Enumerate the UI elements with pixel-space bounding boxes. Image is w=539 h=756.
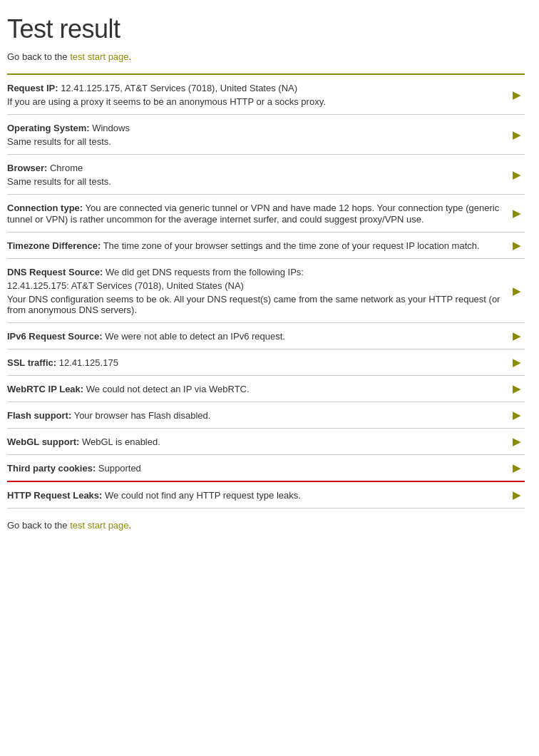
section-arrow-dns-request-source[interactable]: ▶: [513, 285, 520, 297]
section-label-http-request-leaks: HTTP Request Leaks:: [7, 490, 102, 501]
section-label-dns-request-source: DNS Request Source:: [7, 267, 103, 277]
result-section-http-request-leaks[interactable]: HTTP Request Leaks: We could not find an…: [7, 482, 525, 509]
section-content-ssl-traffic: SSL traffic: 12.41.125.175: [7, 357, 525, 368]
section-label-ssl-traffic: SSL traffic:: [7, 357, 56, 368]
section-content-webgl-support: WebGL support: WebGL is enabled.: [7, 436, 525, 447]
result-section-operating-system[interactable]: Operating System: WindowsSame results fo…: [7, 115, 525, 155]
section-label-request-ip: Request IP:: [7, 83, 58, 93]
section-arrow-timezone-difference[interactable]: ▶: [513, 240, 520, 251]
section-content-connection-type: Connection type: You are connected via g…: [7, 202, 525, 225]
section-value-ipv6-request-source: We were not able to detect an IPv6 reque…: [103, 331, 285, 342]
section-arrow-request-ip[interactable]: ▶: [513, 89, 520, 101]
page-title: Test result: [7, 14, 525, 44]
section-content-browser: Browser: ChromeSame results for all test…: [7, 162, 525, 187]
section-value-ssl-traffic: 12.41.125.175: [56, 357, 118, 368]
section-content-ipv6-request-source: IPv6 Request Source: We were not able to…: [7, 330, 525, 342]
section-arrow-connection-type[interactable]: ▶: [513, 208, 520, 219]
footer-period: .: [129, 520, 132, 531]
section-value-dns-request-source: We did get DNS requests from the followi…: [103, 267, 304, 277]
footer-link[interactable]: test start page: [70, 520, 128, 531]
section-value-timezone-difference: The time zone of your browser settings a…: [101, 240, 479, 251]
section-arrow-ssl-traffic[interactable]: ▶: [513, 357, 520, 368]
section-arrow-webgl-support[interactable]: ▶: [513, 436, 520, 447]
result-section-flash-support[interactable]: Flash support: Your browser has Flash di…: [7, 402, 525, 429]
section-content-operating-system: Operating System: WindowsSame results fo…: [7, 122, 525, 147]
section-label-operating-system: Operating System:: [7, 123, 90, 133]
section-content-dns-request-source: DNS Request Source: We did get DNS reque…: [7, 266, 525, 315]
section-content-webrtc-ip-leak: WebRTC IP Leak: We could not detect an I…: [7, 383, 525, 394]
section-content-flash-support: Flash support: Your browser has Flash di…: [7, 409, 525, 421]
section-value-request-ip: 12.41.125.175, AT&T Services (7018), Uni…: [58, 83, 298, 93]
intro-link[interactable]: test start page: [70, 51, 128, 62]
result-section-dns-request-source[interactable]: DNS Request Source: We did get DNS reque…: [7, 259, 525, 323]
result-section-ipv6-request-source[interactable]: IPv6 Request Source: We were not able to…: [7, 323, 525, 349]
result-section-request-ip[interactable]: Request IP: 12.41.125.175, AT&T Services…: [7, 75, 525, 115]
section-label-third-party-cookies: Third party cookies:: [7, 463, 96, 474]
section-value-third-party-cookies: Supported: [96, 463, 141, 474]
section-arrow-flash-support[interactable]: ▶: [513, 409, 520, 421]
section-value-webgl-support: WebGL is enabled.: [79, 436, 160, 447]
section-description-dns-request-source-1: Your DNS configuration seems to be ok. A…: [7, 294, 503, 315]
section-content-timezone-difference: Timezone Difference: The time zone of yo…: [7, 240, 525, 251]
section-label-webgl-support: WebGL support:: [7, 436, 79, 447]
intro-period: .: [129, 51, 132, 62]
section-content-request-ip: Request IP: 12.41.125.175, AT&T Services…: [7, 82, 525, 107]
result-section-browser[interactable]: Browser: ChromeSame results for all test…: [7, 155, 525, 195]
footer-text: Go back to the: [7, 520, 70, 531]
section-label-ipv6-request-source: IPv6 Request Source:: [7, 331, 103, 342]
section-label-timezone-difference: Timezone Difference:: [7, 240, 101, 251]
section-label-connection-type: Connection type:: [7, 203, 83, 213]
section-value-webrtc-ip-leak: We could not detect an IP via WebRTC.: [83, 384, 249, 394]
result-section-third-party-cookies[interactable]: Third party cookies: Supported▶: [7, 455, 525, 482]
result-section-webrtc-ip-leak[interactable]: WebRTC IP Leak: We could not detect an I…: [7, 376, 525, 402]
section-arrow-browser[interactable]: ▶: [513, 169, 520, 180]
section-arrow-webrtc-ip-leak[interactable]: ▶: [513, 383, 520, 394]
intro-text: Go back to the: [7, 51, 70, 62]
result-section-webgl-support[interactable]: WebGL support: WebGL is enabled.▶: [7, 429, 525, 455]
section-label-webrtc-ip-leak: WebRTC IP Leak:: [7, 384, 83, 394]
footer-paragraph: Go back to the test start page.: [7, 520, 525, 531]
section-description-operating-system: Same results for all tests.: [7, 136, 503, 147]
section-arrow-third-party-cookies[interactable]: ▶: [513, 462, 520, 474]
section-description-browser: Same results for all tests.: [7, 176, 503, 187]
result-section-connection-type[interactable]: Connection type: You are connected via g…: [7, 195, 525, 233]
section-arrow-operating-system[interactable]: ▶: [513, 129, 520, 141]
intro-paragraph: Go back to the test start page.: [7, 51, 525, 62]
results-container: Request IP: 12.41.125.175, AT&T Services…: [7, 75, 525, 509]
section-value-http-request-leaks: We could not find any HTTP request type …: [102, 490, 300, 501]
section-label-browser: Browser:: [7, 163, 47, 173]
result-section-ssl-traffic[interactable]: SSL traffic: 12.41.125.175▶: [7, 349, 525, 376]
section-value-browser: Chrome: [47, 163, 83, 173]
section-value-flash-support: Your browser has Flash disabled.: [71, 410, 210, 421]
section-value-operating-system: Windows: [90, 123, 130, 133]
section-arrow-http-request-leaks[interactable]: ▶: [513, 489, 520, 501]
section-content-third-party-cookies: Third party cookies: Supported: [7, 462, 525, 474]
result-section-timezone-difference[interactable]: Timezone Difference: The time zone of yo…: [7, 233, 525, 259]
section-label-flash-support: Flash support:: [7, 410, 71, 421]
section-arrow-ipv6-request-source[interactable]: ▶: [513, 330, 520, 342]
section-description-request-ip: If you are using a proxy it seems to be …: [7, 96, 503, 107]
section-description-dns-request-source: 12.41.125.175: AT&T Services (7018), Uni…: [7, 280, 503, 291]
section-content-http-request-leaks: HTTP Request Leaks: We could not find an…: [7, 489, 525, 501]
